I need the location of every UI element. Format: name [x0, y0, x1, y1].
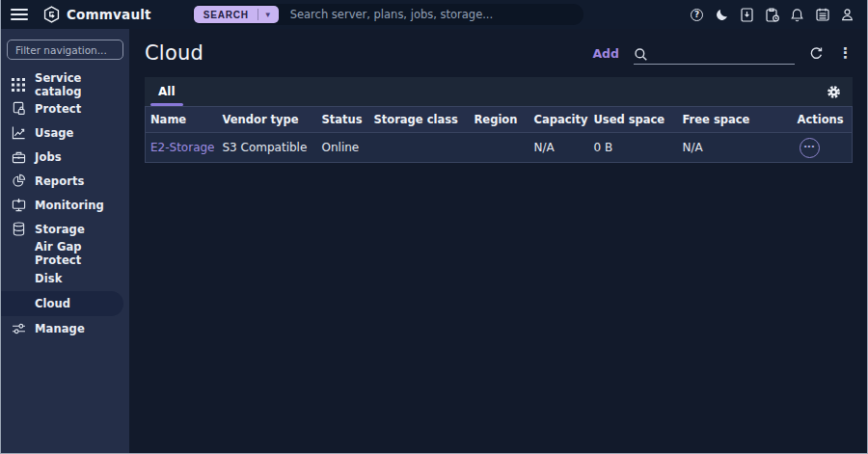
- kebab-menu-icon[interactable]: ⋮: [838, 46, 853, 61]
- row-actions-ellipsis-button[interactable]: •••: [800, 138, 820, 158]
- table-header-row: Name Vendor type Status Storage class Re…: [146, 107, 853, 133]
- brand-name: Commvault: [67, 7, 151, 22]
- add-button[interactable]: Add: [592, 46, 619, 61]
- cell-storage-class: [369, 133, 470, 163]
- filter-navigation-input[interactable]: [7, 40, 123, 60]
- cell-capacity: N/A: [529, 133, 589, 163]
- commvault-logo-icon: [43, 6, 60, 23]
- jobs-briefcase-icon: [11, 149, 26, 165]
- usage-chart-icon: [11, 125, 26, 141]
- sidebar-item-label: Cloud: [35, 297, 70, 310]
- chevron-down-icon: ▼: [264, 11, 279, 19]
- topbar-icon-group: ?: [689, 7, 855, 23]
- sidebar-item-cloud[interactable]: Cloud: [1, 291, 123, 316]
- page-search-input[interactable]: [653, 48, 795, 62]
- column-header-vendor-type[interactable]: Vendor type: [218, 107, 317, 133]
- column-header-capacity[interactable]: Capacity: [529, 107, 589, 133]
- sidebar-item-label: Monitoring: [35, 199, 104, 212]
- sidebar-item-label: Protect: [35, 102, 81, 116]
- cell-status: Online: [317, 133, 369, 163]
- report-download-icon[interactable]: [739, 7, 755, 23]
- manage-sliders-icon: [11, 321, 26, 336]
- sidebar-nav: Service catalog Protect: [1, 29, 129, 453]
- main-content: Cloud Add: [129, 29, 867, 453]
- column-header-name[interactable]: Name: [146, 107, 218, 133]
- tab-all[interactable]: All: [145, 77, 189, 106]
- cell-used-space: 0 B: [589, 133, 678, 163]
- search-scope-button[interactable]: SEARCH ▼: [194, 6, 279, 23]
- storage-name-link[interactable]: E2-Storage: [150, 141, 215, 154]
- page-title: Cloud: [145, 41, 203, 65]
- global-search-input[interactable]: [281, 8, 583, 21]
- table-settings-gear-icon[interactable]: [827, 85, 841, 99]
- tab-strip: All: [145, 77, 853, 106]
- refresh-icon[interactable]: [809, 46, 824, 61]
- hamburger-menu-icon[interactable]: [11, 9, 28, 20]
- dark-mode-moon-icon[interactable]: [714, 7, 730, 23]
- sidebar-item-reports[interactable]: Reports: [1, 169, 123, 193]
- top-bar: Commvault SEARCH ▼ ?: [1, 0, 867, 29]
- page-search: [634, 41, 795, 65]
- search-icon: [634, 47, 648, 62]
- sidebar-item-air-gap-protect[interactable]: Air Gap Protect: [1, 241, 123, 266]
- column-header-used-space[interactable]: Used space: [589, 107, 678, 133]
- sidebar-item-jobs[interactable]: Jobs: [1, 145, 123, 169]
- grid-icon: [11, 77, 26, 93]
- app-window: Commvault SEARCH ▼ ?: [0, 0, 868, 454]
- table-row: E2-Storage S3 Compatible Online N/A 0 B …: [146, 133, 853, 163]
- cell-region: [470, 133, 529, 163]
- sidebar-item-monitoring[interactable]: Monitoring: [1, 193, 123, 217]
- page-header-controls: Add: [592, 41, 853, 65]
- sidebar-item-manage[interactable]: Manage: [1, 316, 123, 340]
- cell-vendor-type: S3 Compatible: [218, 133, 317, 163]
- sidebar-item-disk[interactable]: Disk: [1, 266, 123, 291]
- page-header: Cloud Add: [129, 29, 867, 77]
- sidebar-item-usage[interactable]: Usage: [1, 120, 123, 145]
- column-header-region[interactable]: Region: [470, 107, 529, 133]
- cloud-storage-card: All: [145, 77, 853, 163]
- schedules-calendar-icon[interactable]: [814, 7, 830, 23]
- global-search-bar: SEARCH ▼: [192, 4, 583, 25]
- column-header-free-space[interactable]: Free space: [678, 107, 793, 133]
- cloud-storage-table: Name Vendor type Status Storage class Re…: [145, 106, 853, 163]
- body-row: Service catalog Protect: [1, 29, 867, 453]
- sidebar-item-service-catalog[interactable]: Service catalog: [1, 72, 123, 96]
- cell-free-space: N/A: [678, 133, 793, 163]
- job-history-clipboard-icon[interactable]: [764, 7, 780, 23]
- monitoring-screen-icon: [11, 198, 26, 213]
- sidebar-item-label: Service catalog: [35, 71, 123, 98]
- sidebar-item-label: Jobs: [35, 150, 62, 164]
- sidebar-item-label: Reports: [35, 174, 85, 188]
- sidebar-item-label: Air Gap Protect: [35, 240, 123, 267]
- column-header-status[interactable]: Status: [317, 107, 369, 133]
- protect-shield-icon: [11, 101, 26, 117]
- sidebar-item-label: Storage: [35, 223, 85, 236]
- help-icon[interactable]: ?: [689, 7, 705, 23]
- divider: [258, 9, 258, 20]
- alerts-bell-icon[interactable]: [789, 7, 805, 23]
- sidebar-item-storage[interactable]: Storage: [1, 217, 123, 241]
- search-scope-label: SEARCH: [203, 10, 249, 20]
- column-header-storage-class[interactable]: Storage class: [369, 107, 470, 133]
- reports-pie-icon: [11, 174, 26, 189]
- sidebar-item-label: Disk: [35, 272, 62, 285]
- storage-database-icon: [11, 222, 26, 237]
- sidebar-item-protect[interactable]: Protect: [1, 96, 123, 120]
- brand-logo: Commvault: [43, 6, 151, 23]
- sidebar-item-label: Manage: [35, 322, 85, 335]
- sidebar-item-label: Usage: [35, 126, 73, 140]
- column-header-actions: Actions: [793, 107, 853, 133]
- account-person-icon[interactable]: [839, 7, 855, 23]
